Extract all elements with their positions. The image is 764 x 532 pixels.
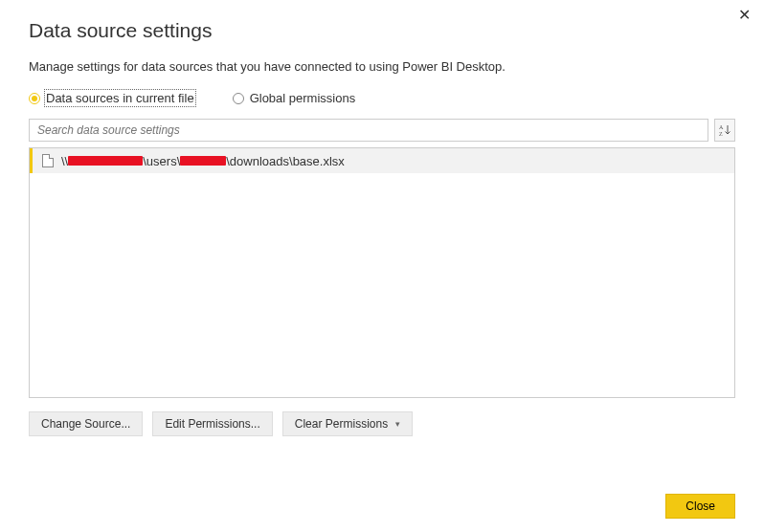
svg-text:Z: Z bbox=[719, 131, 723, 137]
data-source-path: \\ \users\ \downloads\base.xlsx bbox=[61, 154, 345, 168]
action-button-row: Change Source... Edit Permissions... Cle… bbox=[29, 411, 735, 436]
sort-button[interactable]: A Z bbox=[714, 119, 735, 142]
close-icon[interactable]: ✕ bbox=[734, 6, 754, 25]
edit-permissions-button[interactable]: Edit Permissions... bbox=[152, 411, 272, 436]
search-row: A Z bbox=[29, 119, 735, 142]
radio-dot-icon bbox=[233, 93, 244, 104]
sort-az-icon: A Z bbox=[718, 123, 731, 137]
data-source-row[interactable]: \\ \users\ \downloads\base.xlsx bbox=[30, 148, 734, 173]
dialog-title: Data source settings bbox=[29, 19, 735, 42]
clear-permissions-button[interactable]: Clear Permissions bbox=[282, 411, 413, 436]
search-input[interactable] bbox=[29, 119, 708, 142]
redacted-segment bbox=[68, 156, 143, 166]
path-segment: \downloads\base.xlsx bbox=[226, 154, 345, 168]
dialog-subtitle: Manage settings for data sources that yo… bbox=[29, 59, 735, 74]
data-sources-list[interactable]: \\ \users\ \downloads\base.xlsx bbox=[29, 147, 735, 398]
radio-global-label: Global permissions bbox=[250, 91, 356, 105]
close-button[interactable]: Close bbox=[665, 494, 735, 519]
radio-current-file[interactable]: Data sources in current file bbox=[29, 91, 194, 105]
redacted-segment bbox=[180, 156, 226, 166]
change-source-button[interactable]: Change Source... bbox=[29, 411, 143, 436]
path-segment: \users\ bbox=[143, 154, 180, 168]
file-icon bbox=[42, 154, 54, 167]
radio-global-permissions[interactable]: Global permissions bbox=[233, 91, 356, 105]
svg-text:A: A bbox=[719, 124, 724, 130]
scope-radio-group: Data sources in current file Global perm… bbox=[29, 91, 735, 105]
radio-current-file-label: Data sources in current file bbox=[46, 91, 194, 105]
radio-dot-icon bbox=[29, 93, 40, 104]
path-segment: \\ bbox=[61, 154, 68, 168]
data-source-settings-dialog: ✕ Data source settings Manage settings f… bbox=[0, 0, 764, 532]
close-button-row: Close bbox=[665, 494, 735, 519]
